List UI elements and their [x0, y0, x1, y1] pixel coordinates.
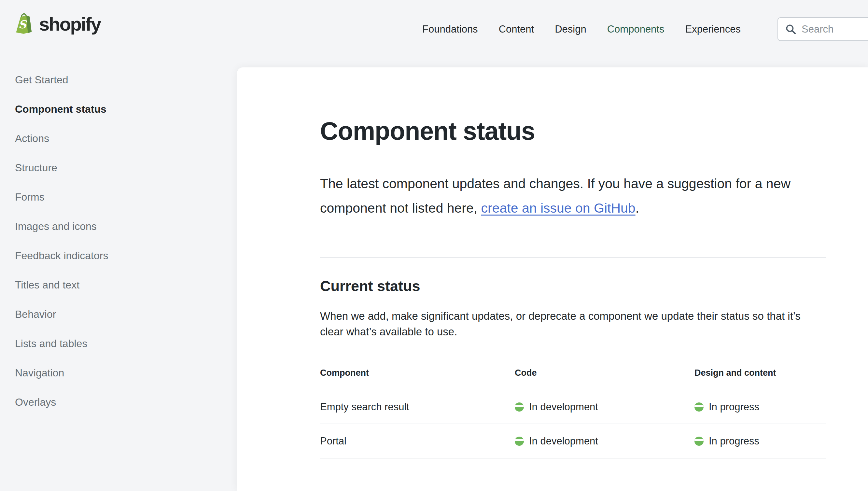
nav-content[interactable]: Content	[499, 24, 534, 35]
in-progress-status-icon	[694, 402, 703, 411]
current-status-description: When we add, make significant updates, o…	[320, 308, 826, 340]
svg-text:S: S	[18, 18, 27, 31]
table-row: Empty search result In development In pr…	[320, 390, 826, 424]
create-issue-github-link[interactable]: create an issue on GitHub	[481, 201, 636, 215]
status-label: In progress	[709, 401, 759, 413]
code-status-cell: In development	[515, 435, 694, 447]
shopify-logo[interactable]: S shopify	[14, 12, 100, 36]
search-icon	[785, 24, 797, 35]
in-progress-status-icon	[694, 437, 703, 446]
section-divider	[320, 257, 826, 258]
nav-design[interactable]: Design	[555, 24, 586, 35]
sidebar-item-component-status[interactable]: Component status	[0, 94, 237, 124]
main-content: Component status The latest component up…	[320, 67, 826, 458]
in-progress-status-icon	[515, 402, 524, 411]
nav-foundations[interactable]: Foundations	[422, 24, 478, 35]
sidebar-item-actions[interactable]: Actions	[0, 124, 237, 153]
status-label: In development	[529, 435, 598, 447]
status-label: In development	[529, 401, 598, 413]
main-panel: Component status The latest component up…	[237, 67, 868, 491]
sidebar-item-forms[interactable]: Forms	[0, 182, 237, 212]
sidebar-item-get-started[interactable]: Get Started	[0, 65, 237, 94]
search-input[interactable]	[802, 24, 868, 35]
top-navigation: Foundations Content Design Components Ex…	[422, 24, 741, 35]
sidebar-item-feedback-indicators[interactable]: Feedback indicators	[0, 241, 237, 270]
sidebar-item-behavior[interactable]: Behavior	[0, 299, 237, 329]
sidebar-item-lists-and-tables[interactable]: Lists and tables	[0, 329, 237, 358]
status-label: In progress	[709, 435, 759, 447]
shopify-wordmark: shopify	[39, 13, 100, 35]
polaris-component-status-page: { "header": { "logo_text": "shopify", "n…	[0, 0, 868, 491]
sidebar-item-structure[interactable]: Structure	[0, 153, 237, 182]
search-box[interactable]	[778, 17, 868, 41]
column-header-component: Component	[320, 368, 515, 378]
in-progress-status-icon	[515, 437, 524, 446]
current-status-heading: Current status	[320, 278, 826, 295]
shopify-bag-icon: S	[14, 12, 34, 36]
sidebar: Get Started Component status Actions Str…	[0, 67, 237, 491]
sidebar-item-images-and-icons[interactable]: Images and icons	[0, 212, 237, 241]
design-status-cell: In progress	[694, 435, 826, 447]
sidebar-nav: Get Started Component status Actions Str…	[0, 65, 237, 417]
code-status-cell: In development	[515, 401, 694, 413]
intro-paragraph: The latest component updates and changes…	[320, 172, 802, 221]
component-name-cell: Portal	[320, 435, 515, 447]
component-status-table: Component Code Design and content Empty …	[320, 356, 826, 458]
design-status-cell: In progress	[694, 401, 826, 413]
header: S shopify Foundations Content Design Com…	[0, 0, 868, 67]
table-header-row: Component Code Design and content	[320, 356, 826, 390]
nav-components[interactable]: Components	[607, 24, 665, 35]
sidebar-item-navigation[interactable]: Navigation	[0, 358, 237, 387]
table-row: Portal In development In progress	[320, 424, 826, 458]
column-header-design-and-content: Design and content	[694, 368, 826, 378]
page-title: Component status	[320, 117, 826, 145]
nav-experiences[interactable]: Experiences	[685, 24, 741, 35]
column-header-code: Code	[515, 368, 694, 378]
sidebar-item-titles-and-text[interactable]: Titles and text	[0, 270, 237, 299]
component-name-cell: Empty search result	[320, 401, 515, 413]
sidebar-item-overlays[interactable]: Overlays	[0, 387, 237, 417]
